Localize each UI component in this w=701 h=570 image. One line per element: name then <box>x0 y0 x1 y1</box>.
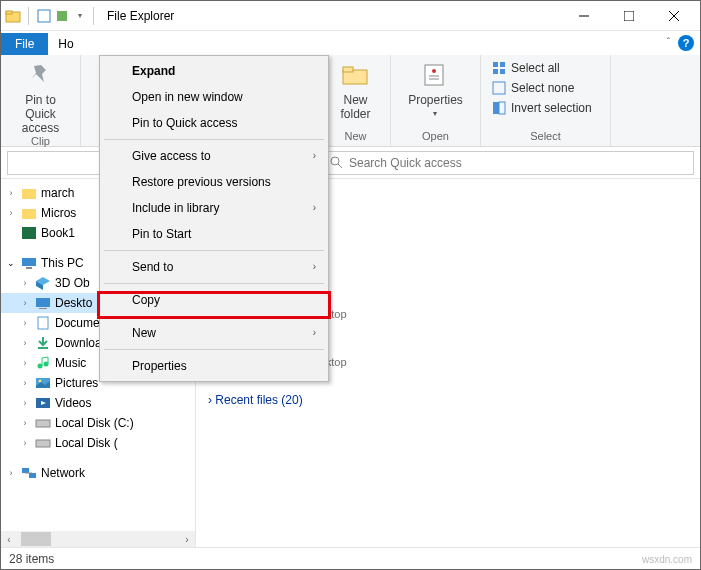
minimize-button[interactable] <box>561 1 606 31</box>
pc-icon <box>21 255 37 271</box>
ctx-item-new[interactable]: New› <box>102 320 326 346</box>
select-none-icon <box>491 80 507 96</box>
svg-rect-18 <box>493 82 505 94</box>
3d-objects-icon <box>35 275 51 291</box>
svg-rect-43 <box>29 473 36 478</box>
folder-icon <box>21 205 37 221</box>
search-input[interactable]: Search Quick access <box>323 151 694 175</box>
sidebar-item-local-disk-c[interactable]: ›Local Disk (C:) <box>1 413 195 433</box>
sidebar-horizontal-scrollbar[interactable]: ‹› <box>1 531 195 547</box>
ribbon-group-new: New <box>344 130 366 142</box>
desktop-icon <box>35 295 51 311</box>
music-icon <box>35 355 51 371</box>
sidebar-item-network[interactable]: ›Network <box>1 463 195 483</box>
title-bar: ▾ File Explorer <box>1 1 700 31</box>
chevron-right-icon: › <box>313 327 316 338</box>
svg-point-21 <box>331 157 339 165</box>
status-bar: 28 items <box>1 547 700 569</box>
ctx-item-give-access-to[interactable]: Give access to› <box>102 143 326 169</box>
close-button[interactable] <box>651 1 696 31</box>
svg-rect-2 <box>38 10 50 22</box>
chevron-right-icon: › <box>313 261 316 272</box>
ctx-item-open-new-window[interactable]: Open in new window <box>102 84 326 110</box>
svg-rect-27 <box>26 267 32 269</box>
list-item[interactable]: nts <box>268 257 688 283</box>
ribbon-tabs: File Ho ˆ ? <box>1 31 700 55</box>
ctx-item-send-to[interactable]: Send to› <box>102 254 326 280</box>
ctx-item-include-library[interactable]: Include in library› <box>102 195 326 221</box>
new-folder-button[interactable]: New folder <box>340 59 372 121</box>
window-title: File Explorer <box>107 9 174 23</box>
ctx-separator <box>104 250 324 251</box>
collapse-ribbon-icon[interactable]: ˆ <box>667 37 670 48</box>
ctx-separator <box>104 283 324 284</box>
svg-rect-14 <box>493 62 498 67</box>
watermark: wsxdn.com <box>642 554 692 565</box>
ctx-item-pin-quick-access[interactable]: Pin to Quick access <box>102 110 326 136</box>
pin-icon <box>25 59 57 91</box>
disk-icon <box>35 435 51 451</box>
videos-icon <box>35 395 51 411</box>
ctx-item-properties[interactable]: Properties <box>102 353 326 379</box>
svg-line-22 <box>338 164 342 168</box>
ctx-separator <box>104 316 324 317</box>
context-menu: Expand Open in new window Pin to Quick a… <box>99 55 329 382</box>
svg-rect-26 <box>22 258 36 266</box>
search-icon <box>330 156 343 169</box>
ctx-separator <box>104 349 324 350</box>
qat-dropdown-icon[interactable]: ▾ <box>72 8 88 24</box>
tab-file[interactable]: File <box>1 33 48 55</box>
svg-rect-30 <box>36 298 50 307</box>
explorer-icon <box>5 8 21 24</box>
help-icon[interactable]: ? <box>678 35 694 51</box>
downloads-icon <box>35 335 51 351</box>
svg-rect-5 <box>624 11 634 21</box>
folder-icon <box>21 185 37 201</box>
svg-rect-32 <box>38 317 48 329</box>
chevron-right-icon: › <box>313 202 316 213</box>
ctx-item-expand[interactable]: Expand <box>102 58 326 84</box>
recent-files-header[interactable]: › Recent files (20) <box>208 393 688 407</box>
ribbon-group-select: Select <box>530 130 561 142</box>
invert-selection-button[interactable]: Invert selection <box>489 99 594 117</box>
disk-icon <box>35 415 51 431</box>
svg-rect-41 <box>36 440 50 447</box>
ctx-item-copy[interactable]: Copy <box>102 287 326 313</box>
svg-point-35 <box>44 362 49 367</box>
chevron-right-icon: › <box>313 150 316 161</box>
svg-rect-17 <box>500 69 505 74</box>
select-all-button[interactable]: Select all <box>489 59 594 77</box>
ctx-item-restore-previous[interactable]: Restore previous versions <box>102 169 326 195</box>
documents-icon <box>35 315 51 331</box>
invert-selection-icon <box>491 100 507 116</box>
svg-rect-23 <box>22 189 36 199</box>
svg-rect-1 <box>6 11 12 14</box>
qat-icon-1[interactable] <box>36 8 52 24</box>
svg-rect-3 <box>57 11 67 21</box>
qat-icon-2[interactable] <box>54 8 70 24</box>
svg-rect-19 <box>493 102 499 114</box>
maximize-button[interactable] <box>606 1 651 31</box>
select-none-button[interactable]: Select none <box>489 79 594 97</box>
ctx-separator <box>104 139 324 140</box>
svg-rect-42 <box>22 468 29 473</box>
ribbon-group-clipboard: Clip <box>31 135 50 147</box>
svg-rect-31 <box>39 308 47 309</box>
sidebar-item-local-disk-other[interactable]: ›Local Disk ( <box>1 433 195 453</box>
excel-icon <box>21 225 37 241</box>
ribbon-group-open: Open <box>422 130 449 142</box>
svg-point-11 <box>432 69 436 73</box>
svg-rect-9 <box>343 67 353 72</box>
tab-home[interactable]: Ho <box>48 33 83 55</box>
sidebar-item-videos[interactable]: ›Videos <box>1 393 195 413</box>
select-all-icon <box>491 60 507 76</box>
properties-icon <box>419 59 451 91</box>
svg-rect-40 <box>36 420 50 427</box>
svg-rect-20 <box>499 102 505 114</box>
pin-quick-access-button[interactable]: Pin to Quick access <box>9 59 72 135</box>
ctx-item-pin-start[interactable]: Pin to Start <box>102 221 326 247</box>
svg-rect-24 <box>22 209 36 219</box>
properties-button[interactable]: Properties ▾ <box>408 59 463 118</box>
search-placeholder: Search Quick access <box>349 156 462 170</box>
svg-rect-16 <box>493 69 498 74</box>
